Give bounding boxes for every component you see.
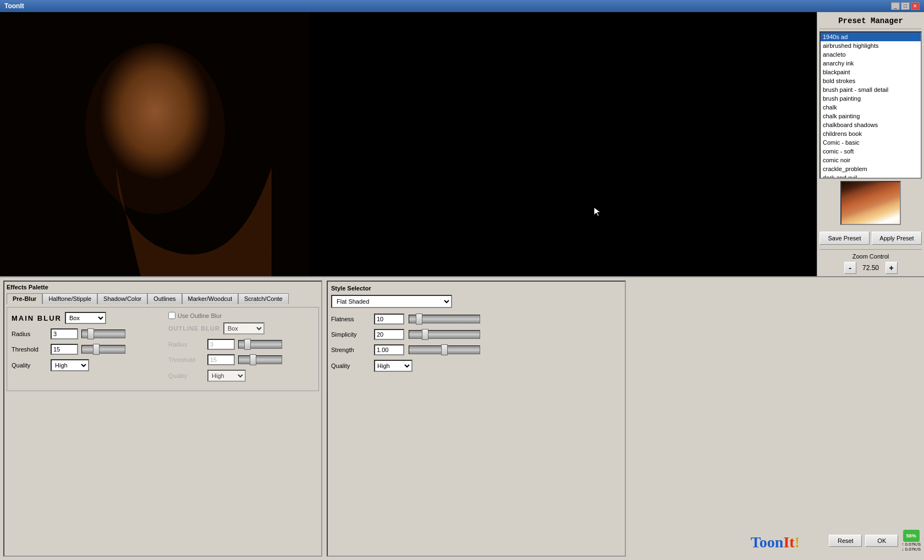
- strength-input[interactable]: [374, 344, 404, 355]
- preset-item-dark_and_evil[interactable]: dark and evil: [821, 173, 921, 179]
- main-threshold-group: Threshold: [12, 344, 157, 355]
- main-quality-group: Quality Low Medium High: [12, 359, 157, 371]
- zoom-controls: - 72.50 +: [820, 262, 922, 274]
- style-quality-label: Quality: [331, 363, 370, 369]
- main-quality-select[interactable]: Low Medium High: [51, 359, 89, 371]
- outline-quality-group: Quality Low Medium High: [168, 370, 314, 382]
- preset-item-brush_painting[interactable]: brush painting: [821, 94, 921, 103]
- zoom-minus-button[interactable]: -: [844, 262, 856, 274]
- main-threshold-slider[interactable]: [81, 345, 125, 354]
- apply-preset-button[interactable]: Apply Preset: [872, 232, 922, 245]
- tab-scratch-conte[interactable]: Scratch/Conte: [238, 293, 289, 304]
- preset-thumbnail: [840, 181, 901, 225]
- save-preset-button[interactable]: Save Preset: [820, 232, 870, 245]
- use-outline-blur-label[interactable]: Use Outline Blur: [178, 312, 222, 319]
- style-type-select[interactable]: Flat Shaded Smooth Shaded Painterly Comi…: [331, 295, 452, 308]
- simplicity-label: Simplicity: [331, 331, 370, 338]
- preset-item-blackpaint[interactable]: blackpaint: [821, 68, 921, 76]
- strength-row: Strength: [331, 344, 622, 355]
- logo-toon: Toon: [751, 534, 784, 551]
- outline-threshold-input[interactable]: [207, 354, 235, 365]
- main-radius-slider[interactable]: [81, 330, 125, 338]
- outline-blur-type-select[interactable]: Box Gaussian: [223, 322, 265, 334]
- tab-marker-woodcut[interactable]: Marker/Woodcut: [182, 293, 239, 304]
- preset-item-brush_paint_small_detail[interactable]: brush paint - small detail: [821, 85, 921, 94]
- bottom-controls: Reset OK 56% ↑ 0.07K/S ↓ 0.07K/S: [829, 530, 921, 552]
- preset-item-1940s_ad[interactable]: 1940s ad: [821, 32, 921, 41]
- style-quality-select[interactable]: Low Medium High: [374, 360, 413, 372]
- use-outline-blur-checkbox[interactable]: [168, 312, 175, 319]
- style-selector: Style Selector Flat Shaded Smooth Shaded…: [327, 281, 626, 557]
- outline-radius-input[interactable]: [207, 339, 235, 350]
- app-wrapper: ToonIt _ □ ✕: [0, 0, 924, 560]
- blur-columns: MAIN BLUR Box Gaussian Radius: [12, 312, 314, 386]
- style-selector-title: Style Selector: [331, 285, 622, 292]
- preset-item-airbrushed_highlights[interactable]: airbrushed highlights: [821, 41, 921, 50]
- titlebar: ToonIt _ □ ✕: [0, 0, 924, 12]
- download-speed: ↓ 0.07K/S: [901, 547, 921, 552]
- preset-manager-title: Preset Manager: [820, 14, 922, 29]
- top-section: Preset Manager 1940s adairbrushed highli…: [0, 12, 924, 276]
- main-blur-header: MAIN BLUR Box Gaussian: [12, 312, 157, 324]
- effects-palette: Effects Palette Pre-Blur Halftone/Stippl…: [3, 281, 322, 557]
- tab-pre-blur[interactable]: Pre-Blur: [7, 293, 42, 304]
- status-text: 56%: [906, 533, 916, 539]
- close-button[interactable]: ✕: [911, 2, 920, 10]
- outline-threshold-slider[interactable]: [238, 355, 282, 364]
- tab-outlines[interactable]: Outlines: [147, 293, 182, 304]
- preset-item-comic_basic[interactable]: Comic - basic: [821, 138, 921, 147]
- simplicity-slider[interactable]: [409, 330, 480, 339]
- preset-list[interactable]: 1940s adairbrushed highlightsanacletoana…: [820, 31, 922, 179]
- preset-item-chalk_painting[interactable]: chalk painting: [821, 112, 921, 120]
- simplicity-row: Simplicity: [331, 329, 622, 340]
- preset-item-anarchy_ink[interactable]: anarchy ink: [821, 59, 921, 68]
- flatness-slider[interactable]: [409, 315, 480, 323]
- preset-item-chalkboard_shadows[interactable]: chalkboard shadows: [821, 120, 921, 129]
- canvas-area: [0, 12, 817, 276]
- outline-quality-select[interactable]: Low Medium High: [207, 370, 246, 382]
- outline-blur-header: OUTLINE BLUR Box Gaussian: [168, 322, 314, 334]
- maximize-button[interactable]: □: [901, 2, 910, 10]
- logo-it: It: [783, 534, 794, 551]
- flatness-label: Flatness: [331, 316, 370, 322]
- flatness-input[interactable]: [374, 314, 404, 325]
- zoom-plus-button[interactable]: +: [886, 262, 898, 274]
- status-indicator: 56%: [903, 530, 920, 542]
- preset-item-anacleto[interactable]: anacleto: [821, 50, 921, 59]
- use-outline-blur-row: Use Outline Blur: [168, 312, 314, 319]
- main-blur-column: MAIN BLUR Box Gaussian Radius: [12, 312, 157, 386]
- main-blur-type-select[interactable]: Box Gaussian: [65, 312, 106, 324]
- preset-item-comic_soft[interactable]: comic - soft: [821, 147, 921, 156]
- zoom-value: 72.50: [859, 264, 883, 272]
- bottom-spacer: ToonIt! Reset OK 56% ↑ 0.07K/S ↓ 0.07K/S: [630, 281, 921, 557]
- outline-blur-column: Use Outline Blur OUTLINE BLUR Box Gaussi…: [168, 312, 314, 386]
- reset-button[interactable]: Reset: [829, 535, 862, 547]
- minimize-button[interactable]: _: [891, 2, 900, 10]
- main-radius-input[interactable]: [51, 328, 78, 339]
- preset-item-crackle_problem[interactable]: crackle_problem: [821, 164, 921, 173]
- outline-threshold-group: Threshold: [168, 354, 314, 365]
- effects-palette-title: Effects Palette: [7, 284, 319, 290]
- window-title: ToonIt: [4, 2, 24, 10]
- outline-radius-slider[interactable]: [238, 340, 282, 349]
- outline-radius-group: Radius: [168, 339, 314, 350]
- tab-shadow-color[interactable]: Shadow/Color: [97, 293, 147, 304]
- strength-slider[interactable]: [409, 345, 480, 354]
- main-radius-label: Radius: [12, 331, 47, 337]
- canvas-cursor: [594, 207, 603, 216]
- preset-item-childrens_book[interactable]: childrens book: [821, 129, 921, 138]
- main-threshold-input[interactable]: [51, 344, 78, 355]
- logo-exclaim: !: [795, 534, 800, 551]
- preset-item-comic_noir[interactable]: comic noir: [821, 156, 921, 164]
- tab-halftone[interactable]: Halftone/Stipple: [42, 293, 97, 304]
- preset-sidebar: Preset Manager 1940s adairbrushed highli…: [817, 12, 924, 276]
- ok-button[interactable]: OK: [865, 535, 898, 547]
- simplicity-input[interactable]: [374, 329, 404, 340]
- preset-item-chalk[interactable]: chalk: [821, 103, 921, 112]
- main-radius-group: Radius: [12, 328, 157, 339]
- panel-left: [0, 12, 310, 276]
- main-quality-label: Quality: [12, 362, 47, 369]
- outline-blur-label: OUTLINE BLUR: [168, 325, 220, 332]
- status-speeds: ↑ 0.07K/S ↓ 0.07K/S: [901, 542, 921, 552]
- preset-item-bold_strokes[interactable]: bold strokes: [821, 76, 921, 85]
